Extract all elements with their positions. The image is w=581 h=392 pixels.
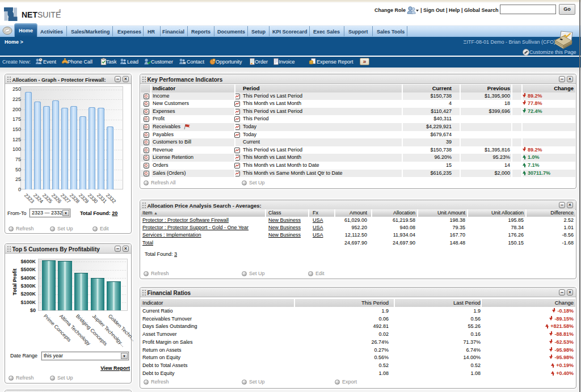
svg-text:®: ® [59, 9, 61, 13]
svg-text:SUITE: SUITE [37, 10, 61, 19]
svg-text:NET: NET [22, 10, 37, 19]
